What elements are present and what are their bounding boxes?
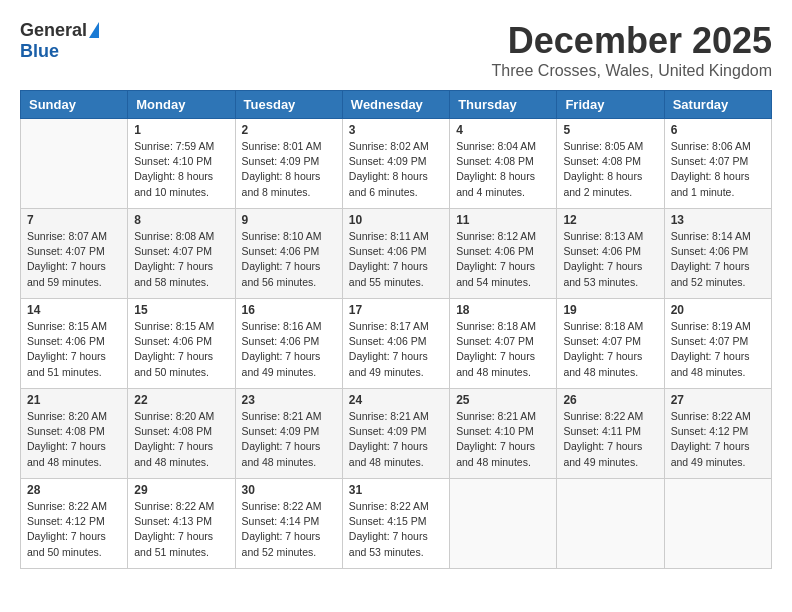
calendar-week-2: 7Sunrise: 8:07 AM Sunset: 4:07 PM Daylig… bbox=[21, 209, 772, 299]
day-info: Sunrise: 8:21 AM Sunset: 4:09 PM Dayligh… bbox=[242, 409, 336, 470]
day-info: Sunrise: 8:02 AM Sunset: 4:09 PM Dayligh… bbox=[349, 139, 443, 200]
calendar-week-5: 28Sunrise: 8:22 AM Sunset: 4:12 PM Dayli… bbox=[21, 479, 772, 569]
day-header-friday: Friday bbox=[557, 91, 664, 119]
calendar-cell: 22Sunrise: 8:20 AM Sunset: 4:08 PM Dayli… bbox=[128, 389, 235, 479]
day-number: 19 bbox=[563, 303, 657, 317]
header: General Blue December 2025 Three Crosses… bbox=[20, 20, 772, 80]
day-info: Sunrise: 8:22 AM Sunset: 4:12 PM Dayligh… bbox=[27, 499, 121, 560]
day-number: 8 bbox=[134, 213, 228, 227]
day-number: 16 bbox=[242, 303, 336, 317]
calendar-cell: 17Sunrise: 8:17 AM Sunset: 4:06 PM Dayli… bbox=[342, 299, 449, 389]
calendar-cell: 28Sunrise: 8:22 AM Sunset: 4:12 PM Dayli… bbox=[21, 479, 128, 569]
day-header-saturday: Saturday bbox=[664, 91, 771, 119]
calendar-cell: 16Sunrise: 8:16 AM Sunset: 4:06 PM Dayli… bbox=[235, 299, 342, 389]
day-info: Sunrise: 8:18 AM Sunset: 4:07 PM Dayligh… bbox=[563, 319, 657, 380]
location-text: Three Crosses, Wales, United Kingdom bbox=[492, 62, 772, 80]
calendar-table: SundayMondayTuesdayWednesdayThursdayFrid… bbox=[20, 90, 772, 569]
day-info: Sunrise: 8:21 AM Sunset: 4:09 PM Dayligh… bbox=[349, 409, 443, 470]
calendar-cell: 8Sunrise: 8:08 AM Sunset: 4:07 PM Daylig… bbox=[128, 209, 235, 299]
calendar-cell: 24Sunrise: 8:21 AM Sunset: 4:09 PM Dayli… bbox=[342, 389, 449, 479]
day-info: Sunrise: 7:59 AM Sunset: 4:10 PM Dayligh… bbox=[134, 139, 228, 200]
day-info: Sunrise: 8:22 AM Sunset: 4:12 PM Dayligh… bbox=[671, 409, 765, 470]
calendar-body: 1Sunrise: 7:59 AM Sunset: 4:10 PM Daylig… bbox=[21, 119, 772, 569]
day-info: Sunrise: 8:14 AM Sunset: 4:06 PM Dayligh… bbox=[671, 229, 765, 290]
calendar-cell bbox=[664, 479, 771, 569]
day-info: Sunrise: 8:06 AM Sunset: 4:07 PM Dayligh… bbox=[671, 139, 765, 200]
calendar-cell: 6Sunrise: 8:06 AM Sunset: 4:07 PM Daylig… bbox=[664, 119, 771, 209]
title-area: December 2025 Three Crosses, Wales, Unit… bbox=[492, 20, 772, 80]
calendar-cell bbox=[21, 119, 128, 209]
day-info: Sunrise: 8:20 AM Sunset: 4:08 PM Dayligh… bbox=[134, 409, 228, 470]
calendar-cell: 31Sunrise: 8:22 AM Sunset: 4:15 PM Dayli… bbox=[342, 479, 449, 569]
calendar-cell: 14Sunrise: 8:15 AM Sunset: 4:06 PM Dayli… bbox=[21, 299, 128, 389]
day-number: 29 bbox=[134, 483, 228, 497]
calendar-cell: 1Sunrise: 7:59 AM Sunset: 4:10 PM Daylig… bbox=[128, 119, 235, 209]
day-number: 21 bbox=[27, 393, 121, 407]
calendar-cell: 30Sunrise: 8:22 AM Sunset: 4:14 PM Dayli… bbox=[235, 479, 342, 569]
day-header-sunday: Sunday bbox=[21, 91, 128, 119]
logo-general-text: General bbox=[20, 20, 87, 41]
calendar-cell: 2Sunrise: 8:01 AM Sunset: 4:09 PM Daylig… bbox=[235, 119, 342, 209]
day-number: 4 bbox=[456, 123, 550, 137]
calendar-cell: 21Sunrise: 8:20 AM Sunset: 4:08 PM Dayli… bbox=[21, 389, 128, 479]
logo-triangle-icon bbox=[89, 22, 99, 38]
month-title: December 2025 bbox=[492, 20, 772, 62]
calendar-cell: 13Sunrise: 8:14 AM Sunset: 4:06 PM Dayli… bbox=[664, 209, 771, 299]
day-info: Sunrise: 8:13 AM Sunset: 4:06 PM Dayligh… bbox=[563, 229, 657, 290]
day-info: Sunrise: 8:01 AM Sunset: 4:09 PM Dayligh… bbox=[242, 139, 336, 200]
day-number: 28 bbox=[27, 483, 121, 497]
day-info: Sunrise: 8:05 AM Sunset: 4:08 PM Dayligh… bbox=[563, 139, 657, 200]
day-info: Sunrise: 8:15 AM Sunset: 4:06 PM Dayligh… bbox=[134, 319, 228, 380]
day-number: 20 bbox=[671, 303, 765, 317]
day-number: 2 bbox=[242, 123, 336, 137]
day-number: 7 bbox=[27, 213, 121, 227]
day-info: Sunrise: 8:04 AM Sunset: 4:08 PM Dayligh… bbox=[456, 139, 550, 200]
day-number: 23 bbox=[242, 393, 336, 407]
calendar-cell: 10Sunrise: 8:11 AM Sunset: 4:06 PM Dayli… bbox=[342, 209, 449, 299]
calendar-cell: 4Sunrise: 8:04 AM Sunset: 4:08 PM Daylig… bbox=[450, 119, 557, 209]
logo: General Blue bbox=[20, 20, 99, 62]
day-number: 24 bbox=[349, 393, 443, 407]
calendar-header: SundayMondayTuesdayWednesdayThursdayFrid… bbox=[21, 91, 772, 119]
day-info: Sunrise: 8:22 AM Sunset: 4:13 PM Dayligh… bbox=[134, 499, 228, 560]
day-header-tuesday: Tuesday bbox=[235, 91, 342, 119]
day-header-wednesday: Wednesday bbox=[342, 91, 449, 119]
day-number: 10 bbox=[349, 213, 443, 227]
calendar-cell: 29Sunrise: 8:22 AM Sunset: 4:13 PM Dayli… bbox=[128, 479, 235, 569]
day-info: Sunrise: 8:10 AM Sunset: 4:06 PM Dayligh… bbox=[242, 229, 336, 290]
day-info: Sunrise: 8:18 AM Sunset: 4:07 PM Dayligh… bbox=[456, 319, 550, 380]
calendar-cell bbox=[557, 479, 664, 569]
calendar-week-3: 14Sunrise: 8:15 AM Sunset: 4:06 PM Dayli… bbox=[21, 299, 772, 389]
calendar-cell: 11Sunrise: 8:12 AM Sunset: 4:06 PM Dayli… bbox=[450, 209, 557, 299]
logo-blue-text: Blue bbox=[20, 41, 59, 62]
days-of-week-row: SundayMondayTuesdayWednesdayThursdayFrid… bbox=[21, 91, 772, 119]
day-number: 11 bbox=[456, 213, 550, 227]
calendar-cell: 26Sunrise: 8:22 AM Sunset: 4:11 PM Dayli… bbox=[557, 389, 664, 479]
day-info: Sunrise: 8:15 AM Sunset: 4:06 PM Dayligh… bbox=[27, 319, 121, 380]
day-number: 12 bbox=[563, 213, 657, 227]
day-number: 18 bbox=[456, 303, 550, 317]
day-number: 1 bbox=[134, 123, 228, 137]
day-number: 13 bbox=[671, 213, 765, 227]
day-number: 26 bbox=[563, 393, 657, 407]
day-info: Sunrise: 8:22 AM Sunset: 4:11 PM Dayligh… bbox=[563, 409, 657, 470]
calendar-cell: 27Sunrise: 8:22 AM Sunset: 4:12 PM Dayli… bbox=[664, 389, 771, 479]
day-info: Sunrise: 8:20 AM Sunset: 4:08 PM Dayligh… bbox=[27, 409, 121, 470]
day-number: 5 bbox=[563, 123, 657, 137]
calendar-cell: 9Sunrise: 8:10 AM Sunset: 4:06 PM Daylig… bbox=[235, 209, 342, 299]
day-number: 27 bbox=[671, 393, 765, 407]
calendar-cell bbox=[450, 479, 557, 569]
day-number: 22 bbox=[134, 393, 228, 407]
calendar-cell: 25Sunrise: 8:21 AM Sunset: 4:10 PM Dayli… bbox=[450, 389, 557, 479]
day-number: 9 bbox=[242, 213, 336, 227]
day-number: 17 bbox=[349, 303, 443, 317]
calendar-cell: 3Sunrise: 8:02 AM Sunset: 4:09 PM Daylig… bbox=[342, 119, 449, 209]
day-info: Sunrise: 8:08 AM Sunset: 4:07 PM Dayligh… bbox=[134, 229, 228, 290]
day-info: Sunrise: 8:17 AM Sunset: 4:06 PM Dayligh… bbox=[349, 319, 443, 380]
day-number: 6 bbox=[671, 123, 765, 137]
day-number: 25 bbox=[456, 393, 550, 407]
day-number: 15 bbox=[134, 303, 228, 317]
calendar-cell: 5Sunrise: 8:05 AM Sunset: 4:08 PM Daylig… bbox=[557, 119, 664, 209]
day-info: Sunrise: 8:12 AM Sunset: 4:06 PM Dayligh… bbox=[456, 229, 550, 290]
day-number: 3 bbox=[349, 123, 443, 137]
